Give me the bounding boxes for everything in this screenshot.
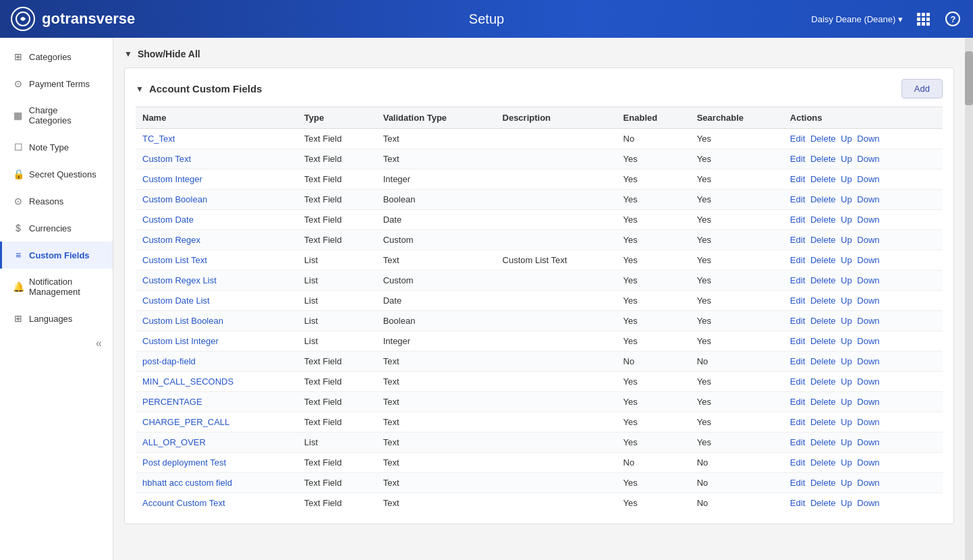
up-link[interactable]: Up — [841, 275, 852, 285]
up-link[interactable]: Up — [841, 235, 852, 245]
down-link[interactable]: Down — [857, 336, 879, 346]
field-name-link[interactable]: hbhatt acc custom field — [142, 478, 232, 488]
edit-link[interactable]: Edit — [790, 134, 805, 144]
up-link[interactable]: Up — [841, 255, 852, 265]
down-link[interactable]: Down — [857, 498, 879, 508]
up-link[interactable]: Up — [841, 296, 852, 306]
delete-link[interactable]: Delete — [810, 356, 836, 366]
down-link[interactable]: Down — [857, 417, 879, 427]
scrollbar-track[interactable] — [965, 38, 973, 560]
field-name-link[interactable]: Custom Regex — [142, 235, 200, 245]
field-name-link[interactable]: Custom List Boolean — [142, 316, 223, 326]
field-name-link[interactable]: CHARGE_PER_CALL — [142, 417, 229, 427]
delete-link[interactable]: Delete — [810, 417, 836, 427]
sidebar-item-secret-questions[interactable]: 🔒 Secret Questions — [0, 161, 113, 188]
sidebar-item-custom-fields[interactable]: ≡ Custom Fields — [0, 242, 113, 269]
up-link[interactable]: Up — [841, 134, 852, 144]
help-icon[interactable]: ? — [943, 9, 962, 28]
edit-link[interactable]: Edit — [790, 417, 805, 427]
delete-link[interactable]: Delete — [810, 457, 836, 468]
edit-link[interactable]: Edit — [790, 336, 805, 346]
edit-link[interactable]: Edit — [790, 154, 805, 164]
up-link[interactable]: Up — [841, 397, 852, 407]
edit-link[interactable]: Edit — [790, 215, 805, 225]
edit-link[interactable]: Edit — [790, 275, 805, 285]
delete-link[interactable]: Delete — [810, 336, 836, 346]
delete-link[interactable]: Delete — [810, 478, 836, 488]
down-link[interactable]: Down — [857, 316, 879, 326]
down-link[interactable]: Down — [857, 356, 879, 366]
edit-link[interactable]: Edit — [790, 498, 805, 508]
down-link[interactable]: Down — [857, 134, 879, 144]
up-link[interactable]: Up — [841, 174, 852, 184]
down-link[interactable]: Down — [857, 194, 879, 204]
edit-link[interactable]: Edit — [790, 356, 805, 366]
sidebar-collapse-button[interactable]: « — [0, 332, 113, 355]
edit-link[interactable]: Edit — [790, 316, 805, 326]
edit-link[interactable]: Edit — [790, 296, 805, 306]
up-link[interactable]: Up — [841, 376, 852, 387]
scrollbar-thumb[interactable] — [965, 51, 973, 105]
show-hide-all-bar[interactable]: ▼ Show/Hide All — [124, 49, 954, 59]
down-link[interactable]: Down — [857, 296, 879, 306]
field-name-link[interactable]: TC_Text — [142, 134, 175, 144]
down-link[interactable]: Down — [857, 235, 879, 245]
delete-link[interactable]: Delete — [810, 134, 836, 144]
delete-link[interactable]: Delete — [810, 316, 836, 326]
field-name-link[interactable]: ALL_OR_OVER — [142, 437, 206, 447]
delete-link[interactable]: Delete — [810, 174, 836, 184]
edit-link[interactable]: Edit — [790, 174, 805, 184]
field-name-link[interactable]: Custom Date List — [142, 296, 210, 306]
delete-link[interactable]: Delete — [810, 215, 836, 225]
sidebar-item-note-type[interactable]: ☐ Note Type — [0, 134, 113, 161]
sidebar-item-reasons[interactable]: ⊙ Reasons — [0, 188, 113, 215]
up-link[interactable]: Up — [841, 154, 852, 164]
sidebar-item-notification-management[interactable]: 🔔 Notification Management — [0, 269, 113, 305]
up-link[interactable]: Up — [841, 417, 852, 427]
field-name-link[interactable]: PERCENTAGE — [142, 397, 202, 407]
down-link[interactable]: Down — [857, 154, 879, 164]
edit-link[interactable]: Edit — [790, 376, 805, 387]
down-link[interactable]: Down — [857, 255, 879, 265]
field-name-link[interactable]: Custom Integer — [142, 174, 202, 184]
sidebar-item-charge-categories[interactable]: ▦ Charge Categories — [0, 97, 113, 134]
field-name-link[interactable]: MIN_CALL_SECONDS — [142, 376, 233, 387]
down-link[interactable]: Down — [857, 437, 879, 447]
delete-link[interactable]: Delete — [810, 154, 836, 164]
field-name-link[interactable]: post-dap-field — [142, 356, 196, 366]
sidebar-item-currencies[interactable]: $ Currencies — [0, 215, 113, 242]
down-link[interactable]: Down — [857, 275, 879, 285]
field-name-link[interactable]: Custom Boolean — [142, 194, 207, 204]
field-name-link[interactable]: Custom Text — [142, 154, 191, 164]
delete-link[interactable]: Delete — [810, 275, 836, 285]
user-menu[interactable]: Daisy Deane (Deane) ▾ — [811, 14, 903, 24]
edit-link[interactable]: Edit — [790, 255, 805, 265]
edit-link[interactable]: Edit — [790, 457, 805, 468]
up-link[interactable]: Up — [841, 498, 852, 508]
down-link[interactable]: Down — [857, 457, 879, 468]
up-link[interactable]: Up — [841, 478, 852, 488]
grid-icon[interactable] — [914, 9, 933, 28]
down-link[interactable]: Down — [857, 478, 879, 488]
up-link[interactable]: Up — [841, 316, 852, 326]
up-link[interactable]: Up — [841, 356, 852, 366]
delete-link[interactable]: Delete — [810, 397, 836, 407]
down-link[interactable]: Down — [857, 215, 879, 225]
up-link[interactable]: Up — [841, 215, 852, 225]
edit-link[interactable]: Edit — [790, 478, 805, 488]
field-name-link[interactable]: Custom List Integer — [142, 336, 219, 346]
sidebar-item-payment-terms[interactable]: ⊙ Payment Terms — [0, 70, 113, 97]
sidebar-item-languages[interactable]: ⊞ Languages — [0, 305, 113, 332]
sidebar-item-categories[interactable]: ⊞ Categories — [0, 43, 113, 70]
field-name-link[interactable]: Custom Date — [142, 215, 194, 225]
field-name-link[interactable]: Custom Regex List — [142, 275, 217, 285]
edit-link[interactable]: Edit — [790, 397, 805, 407]
delete-link[interactable]: Delete — [810, 498, 836, 508]
up-link[interactable]: Up — [841, 437, 852, 447]
up-link[interactable]: Up — [841, 336, 852, 346]
field-name-link[interactable]: Custom List Text — [142, 255, 207, 265]
delete-link[interactable]: Delete — [810, 437, 836, 447]
field-name-link[interactable]: Post deployment Test — [142, 457, 226, 468]
down-link[interactable]: Down — [857, 174, 879, 184]
down-link[interactable]: Down — [857, 397, 879, 407]
